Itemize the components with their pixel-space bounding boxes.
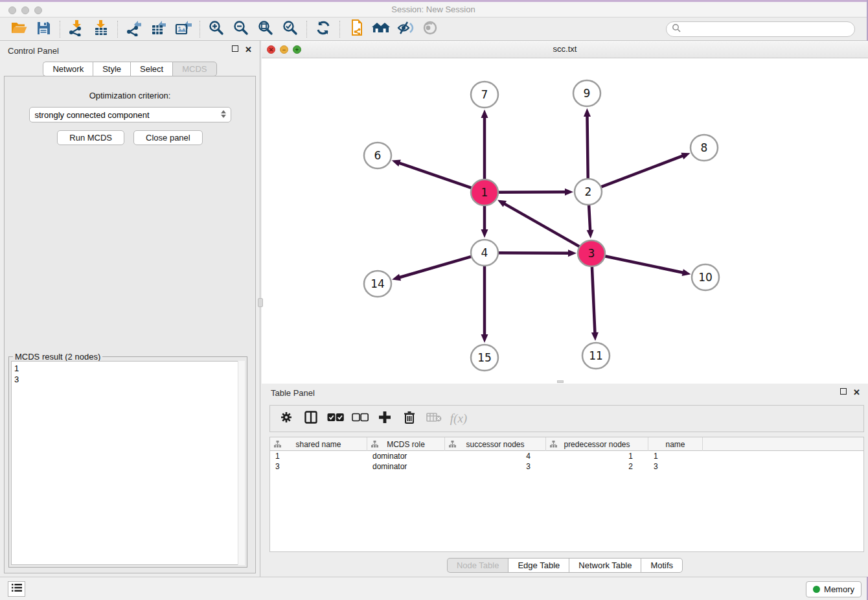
tab-style[interactable]: Style [93,62,130,76]
result-scrollbar[interactable] [238,361,245,565]
column-header-predecessor-nodes[interactable]: predecessor nodes [546,437,648,451]
graph-node-label: 2 [585,185,592,198]
zoom-selected-button[interactable] [278,19,303,39]
table-delete-icon [426,412,442,425]
toggle-columns-button[interactable] [301,409,321,428]
graph-edge-3-11[interactable] [592,267,595,334]
criterion-value: strongly connected component [35,110,150,120]
tab-node-table[interactable]: Node Table [447,558,508,573]
graph-node-10[interactable]: 10 [692,264,719,290]
close-table-panel-icon[interactable]: ✕ [853,388,862,397]
add-column-button[interactable] [375,409,394,428]
eye-disabled-icon [422,21,439,38]
graph-node-3[interactable]: 3 [578,240,605,266]
trash-icon [404,411,415,426]
graph-node-1[interactable]: 1 [471,179,498,205]
graph-edge-1-2[interactable] [498,192,567,192]
hide-selected-button[interactable] [393,19,418,39]
run-mcds-button[interactable]: Run MCDS [57,130,124,145]
float-panel-icon[interactable] [232,45,238,52]
graph-node-7[interactable]: 7 [471,82,498,108]
import-table-button[interactable] [89,19,113,39]
tab-network-table[interactable]: Network Table [569,558,641,573]
memory-status-icon [813,586,820,593]
graph-edge-2-8[interactable] [601,156,685,187]
dropdown-stepper-icon [221,110,226,118]
tab-mcds[interactable]: MCDS [172,62,216,76]
save-session-button[interactable] [31,19,56,39]
column-header-name[interactable]: name [648,437,703,451]
function-icon: f(x) [450,411,467,426]
function-builder-button[interactable]: f(x) [449,409,468,428]
network-canvas[interactable]: 7968124314101511 [262,58,868,384]
zoom-fit-icon [257,19,274,39]
graph-node-9[interactable]: 9 [573,80,600,106]
select-all-button[interactable] [326,409,345,428]
main-toolbar [0,17,867,41]
export-image-button[interactable] [171,19,196,39]
column-header-mcds-role[interactable]: MCDS role [367,437,445,451]
delete-column-button[interactable] [400,409,419,428]
graph-node-2[interactable]: 2 [575,179,602,205]
mcds-result-title: MCDS result (2 nodes) [13,352,102,362]
graph-edge-2-9[interactable] [587,115,588,178]
graph-node-8[interactable]: 8 [691,135,718,161]
table-row[interactable]: 3 dominator 3 2 3 [270,461,863,472]
apply-layout-button[interactable] [311,19,336,39]
checked-boxes-icon [327,413,344,424]
show-all-button[interactable] [418,19,442,39]
open-session-button[interactable] [6,19,31,39]
graph-node-4[interactable]: 4 [471,240,498,266]
delete-table-button[interactable] [424,409,444,428]
hierarchy-icon [274,441,281,450]
tab-select[interactable]: Select [130,62,172,76]
tab-motifs[interactable]: Motifs [641,558,683,573]
graph-edge-1-6[interactable] [398,163,472,188]
float-table-panel-icon[interactable] [840,388,847,395]
houses-icon [371,21,391,38]
zoom-fit-button[interactable] [253,19,278,39]
show-panels-button[interactable] [8,581,25,597]
close-panel-icon[interactable]: ✕ [245,45,253,54]
graph-node-label: 6 [374,149,382,162]
network-window-title: scc.txt [262,44,868,54]
zoom-in-button[interactable] [204,19,229,39]
table-tabs: Node Table Edge Table Network Table Moti… [262,558,868,573]
criterion-dropdown[interactable]: strongly connected component [29,107,231,122]
panel-splitter-handle[interactable] [258,298,263,307]
memory-button[interactable]: Memory [806,581,862,597]
mcds-result-text[interactable]: 1 3 [11,361,245,565]
graph-edge-3-10[interactable] [605,256,685,273]
graph-edge-3-1[interactable] [503,203,580,246]
graph-edge-4-3[interactable] [498,253,570,253]
first-neighbors-button[interactable] [369,19,393,39]
graph-node-label: 15 [477,351,492,364]
column-header-successor-nodes[interactable]: successor nodes [445,437,546,451]
tab-network[interactable]: Network [43,62,93,76]
tab-edge-table[interactable]: Edge Table [508,558,569,573]
column-header-shared-name[interactable]: shared name [270,437,367,451]
search-field[interactable] [666,21,855,37]
graph-node-15[interactable]: 15 [471,345,498,371]
table-row[interactable]: 1 dominator 4 1 1 [270,451,863,461]
graph-node-11[interactable]: 11 [582,343,610,369]
table-settings-button[interactable] [277,409,296,428]
close-panel-button[interactable]: Close panel [133,130,203,145]
graph-node-6[interactable]: 6 [364,143,391,168]
zoom-out-button[interactable] [229,19,253,39]
export-table-button[interactable] [146,19,171,39]
export-table-icon [150,19,167,39]
deselect-all-button[interactable] [350,409,370,428]
graph-edge-arrowhead [682,269,691,276]
graph-node-14[interactable]: 14 [364,271,391,297]
cell-name: 3 [648,461,703,472]
graph-edge-2-3[interactable] [589,205,590,232]
search-input[interactable] [681,23,854,36]
export-network-button[interactable] [122,19,146,39]
graph-edge-4-14[interactable] [398,257,472,278]
graph-edge-arrowhead [392,274,401,281]
new-network-from-selection-button[interactable] [344,19,369,39]
hierarchy-icon [371,441,378,450]
canvas-splitter-handle[interactable] [557,380,564,383]
import-network-button[interactable] [64,19,89,39]
